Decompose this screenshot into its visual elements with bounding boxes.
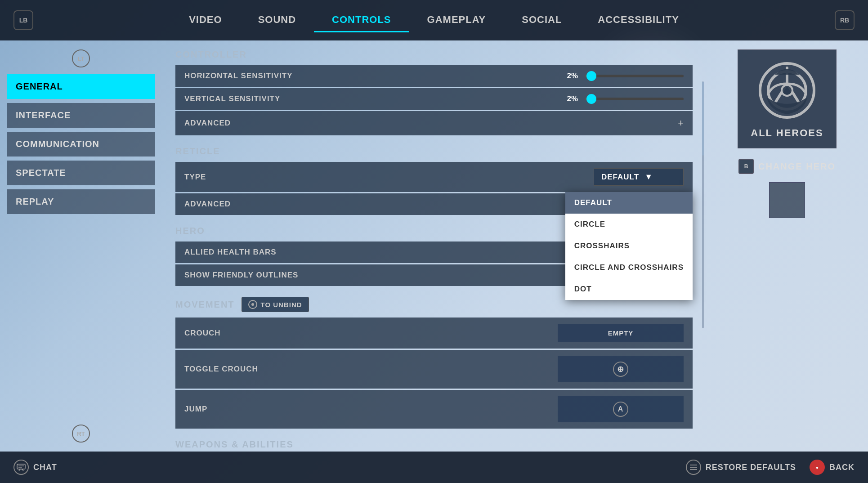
jump-key: A xyxy=(618,405,624,413)
dropdown-option-circle-crosshairs[interactable]: CIRCLE AND CROSSHAIRS xyxy=(565,257,693,278)
scroll-indicator[interactable] xyxy=(702,81,704,328)
hero-logo xyxy=(756,59,819,122)
slider-thumb[interactable] xyxy=(586,71,596,81)
reticle-type-label: TYPE xyxy=(184,173,594,182)
crouch-label: CROUCH xyxy=(184,329,558,338)
vertical-sensitivity-label: VERTICAL SENSITIVITY xyxy=(184,94,562,103)
dropdown-option-dot[interactable]: DOT xyxy=(565,278,693,300)
jump-binding[interactable]: A xyxy=(558,396,684,422)
vertical-sensitivity-value: 2% xyxy=(562,94,578,103)
jump-icon: A xyxy=(613,402,628,417)
change-hero-b-symbol: B xyxy=(744,163,748,170)
right-bumper[interactable]: RB xyxy=(835,10,855,30)
reticle-dropdown-menu: DEFAULT CIRCLE CROSSHAIRS CIRCLE AND CRO… xyxy=(565,192,693,300)
back-icon: ● xyxy=(810,460,825,475)
back-action[interactable]: ● BACK xyxy=(810,460,855,475)
right-panel: ALL HEROES B CHANGE HERO xyxy=(706,40,868,452)
toggle-crouch-symbol: ⊕ xyxy=(617,364,624,374)
horizontal-sensitivity-slider[interactable] xyxy=(585,75,684,77)
left-bumper[interactable]: LB xyxy=(13,10,33,30)
change-hero-button[interactable]: B CHANGE HERO xyxy=(735,155,839,178)
hero-name: ALL HEROES xyxy=(751,127,823,139)
top-navigation: LB VIDEO SOUND CONTROLS GAMEPLAY SOCIAL … xyxy=(0,0,868,40)
tab-sound[interactable]: SOUND xyxy=(240,9,314,32)
tab-accessibility[interactable]: ACCESSIBILITY xyxy=(580,9,697,32)
vertical-sensitivity-row: VERTICAL SENSITIVITY 2% xyxy=(175,88,693,110)
crouch-row: CROUCH EMPTY xyxy=(175,318,693,349)
unbind-circle-icon xyxy=(248,300,257,309)
tab-gameplay[interactable]: GAMEPLAY xyxy=(409,9,504,32)
left-trigger-top: LT xyxy=(72,49,90,67)
horizontal-sensitivity-row: HORIZONTAL SENSITIVITY 2% xyxy=(175,65,693,87)
sidebar-item-interface[interactable]: INTERFACE xyxy=(7,103,155,128)
restore-svg-icon xyxy=(689,464,698,471)
chat-action[interactable]: CHAT xyxy=(13,460,57,475)
tab-video[interactable]: VIDEO xyxy=(171,9,240,32)
toggle-crouch-row: TOGGLE CROUCH ⊕ xyxy=(175,350,693,389)
chat-icon xyxy=(13,460,29,475)
nav-tabs: VIDEO SOUND CONTROLS GAMEPLAY SOCIAL ACC… xyxy=(38,9,830,32)
sidebar-item-replay[interactable]: REPLAY xyxy=(7,189,155,214)
main-container: LT GENERAL INTERFACE COMMUNICATION SPECT… xyxy=(0,40,868,452)
vertical-sensitivity-slider[interactable] xyxy=(585,98,684,100)
reticle-type-row: TYPE DEFAULT ▼ DEFAULT CIRCLE CROSSHAIRS… xyxy=(175,162,693,192)
restore-icon xyxy=(686,460,701,475)
change-hero-b-button: B xyxy=(738,159,754,174)
back-symbol: ● xyxy=(816,465,819,470)
reticle-advanced-label: ADVANCED xyxy=(184,200,231,209)
jump-label: JUMP xyxy=(184,405,558,414)
reticle-type-dropdown[interactable]: DEFAULT ▼ xyxy=(594,168,684,186)
svg-point-2 xyxy=(782,85,792,96)
chat-label: CHAT xyxy=(33,463,57,472)
toggle-crouch-binding[interactable]: ⊕ xyxy=(558,356,684,382)
slider-thumb-v[interactable] xyxy=(586,94,596,104)
reticle-section-title: RETICLE xyxy=(175,146,693,157)
controller-advanced-label: ADVANCED xyxy=(184,119,231,128)
overwatch-logo-svg xyxy=(758,61,816,120)
restore-defaults-action[interactable]: RESTORE DEFAULTS xyxy=(686,460,796,475)
controller-advanced-row[interactable]: ADVANCED + xyxy=(175,111,693,135)
restore-defaults-label: RESTORE DEFAULTS xyxy=(706,463,796,472)
tab-controls[interactable]: CONTROLS xyxy=(314,9,409,32)
controller-section-title: CONTROLLER xyxy=(175,49,693,60)
toggle-crouch-icon: ⊕ xyxy=(613,362,628,377)
weapons-section-title: WEAPONS & ABILITIES xyxy=(175,439,693,450)
bottom-bar: CHAT RESTORE DEFAULTS ● BACK xyxy=(0,452,868,483)
horizontal-sensitivity-value: 2% xyxy=(562,72,578,80)
svg-rect-3 xyxy=(17,464,25,469)
right-trigger-bottom: RT xyxy=(72,425,90,443)
tab-social[interactable]: SOCIAL xyxy=(504,9,580,32)
crouch-binding[interactable]: EMPTY xyxy=(558,324,684,342)
back-label: BACK xyxy=(829,463,855,472)
sidebar: LT GENERAL INTERFACE COMMUNICATION SPECT… xyxy=(0,40,162,452)
unbind-label: TO UNBIND xyxy=(261,301,302,309)
content-area: CONTROLLER HORIZONTAL SENSITIVITY 2% VER… xyxy=(162,40,706,452)
horizontal-sensitivity-label: HORIZONTAL SENSITIVITY xyxy=(184,72,562,80)
sidebar-item-communication[interactable]: COMMUNICATION xyxy=(7,132,155,157)
jump-row: JUMP A xyxy=(175,390,693,429)
bottom-right-actions: RESTORE DEFAULTS ● BACK xyxy=(686,460,855,475)
hero-card: ALL HEROES xyxy=(738,49,837,148)
sidebar-item-spectate[interactable]: SPECTATE xyxy=(7,161,155,185)
change-hero-label: CHANGE HERO xyxy=(758,161,836,172)
dropdown-option-circle[interactable]: CIRCLE xyxy=(565,214,693,235)
dropdown-option-crosshairs[interactable]: CROSSHAIRS xyxy=(565,235,693,257)
hero-preview-box xyxy=(769,182,805,218)
dropdown-selected-value: DEFAULT xyxy=(601,173,639,182)
chat-svg-icon xyxy=(17,464,26,471)
toggle-crouch-label: TOGGLE CROUCH xyxy=(184,365,558,374)
unbind-dot xyxy=(251,303,254,306)
dropdown-arrow-icon: ▼ xyxy=(644,172,653,182)
crouch-binding-value: EMPTY xyxy=(608,329,634,337)
movement-section-title: MOVEMENT xyxy=(175,300,235,310)
unbind-badge: TO UNBIND xyxy=(242,297,309,312)
dropdown-option-default[interactable]: DEFAULT xyxy=(565,192,693,214)
sidebar-item-general[interactable]: GENERAL xyxy=(7,74,155,99)
expand-icon: + xyxy=(678,117,684,129)
scroll-thumb xyxy=(702,82,704,156)
